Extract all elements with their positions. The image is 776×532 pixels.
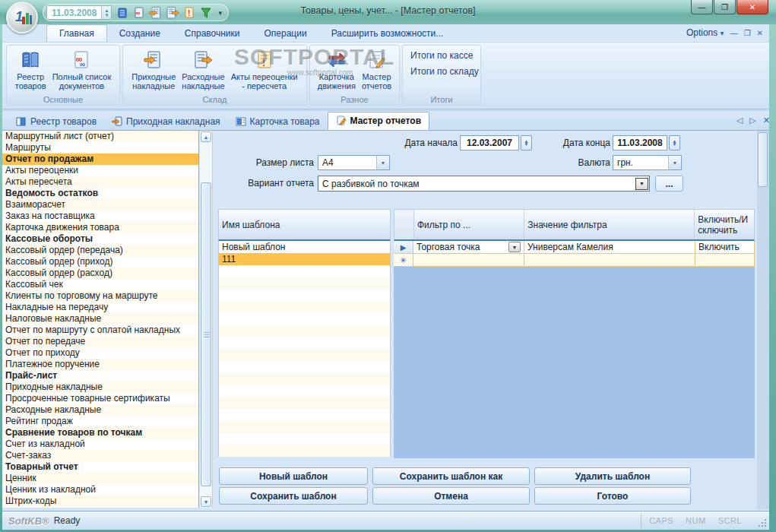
ribbon-tab-4[interactable]: Операции [252, 25, 319, 42]
chevron-down-icon[interactable]: ▼ [376, 156, 389, 169]
ribbon-button-3-1[interactable]: Карточка движения [315, 47, 358, 93]
ribbon-button-2-1[interactable]: Приходные накладные [129, 47, 178, 93]
doc-tab-1[interactable]: Реестр товаров [8, 113, 104, 130]
filter-by-cell[interactable]: Торговая точка▼ [413, 241, 524, 254]
tab-scroll-left-icon[interactable]: ◁ [736, 116, 743, 125]
report-list-item[interactable]: Расходные накладные [2, 404, 198, 416]
ribbon-link-4-2[interactable]: Итоги по складу [410, 66, 477, 77]
report-list-item[interactable]: Кассовые обороты [2, 233, 198, 245]
resize-grip[interactable] [757, 518, 766, 527]
ribbon-button-3-2[interactable]: Мастер отчетов [359, 47, 394, 93]
report-list-item[interactable]: Штрих-коды [2, 496, 198, 507]
report-list-item[interactable]: Взаиморасчет [2, 199, 198, 211]
close-button[interactable]: ✕ [736, 0, 768, 14]
filter-table-header: Фильтр по ... Значение фильтра Включить/… [394, 209, 755, 241]
include-exclude-column-header[interactable]: Включить/Исключить [695, 210, 754, 239]
ribbon-restore-icon[interactable]: ❐ [744, 29, 751, 37]
report-list-item[interactable]: Налоговые накладные [2, 313, 198, 325]
report-list-item[interactable]: Акты переоценки [2, 165, 198, 176]
application-menu-button[interactable]: 1 [6, 2, 38, 33]
date-end-field[interactable]: 11.03.2008 [613, 135, 667, 150]
report-list-item[interactable]: Отчет по продажам [2, 154, 198, 165]
report-list-item[interactable]: Кассовый чек [2, 279, 198, 290]
registry-book-icon [20, 49, 41, 71]
include-exclude-cell[interactable]: Включить [695, 241, 755, 254]
report-list-item[interactable]: Приходные накладные [2, 382, 198, 393]
filter-by-cell[interactable] [413, 254, 524, 267]
tab-close-icon[interactable]: ✕ [763, 116, 770, 125]
report-list-item[interactable]: Маршрутный лист (отчет) [2, 131, 198, 142]
ribbon-tab-5[interactable]: Расширить возможности... [319, 25, 456, 42]
ribbon-close-icon[interactable]: ✕ [757, 29, 763, 37]
variant-more-button[interactable]: ... [655, 176, 683, 192]
currency-combo[interactable]: грн. ▼ [613, 155, 682, 170]
report-list-item[interactable]: Ведомость остатков [2, 188, 198, 199]
report-list-item[interactable]: Отчет по передаче [2, 336, 198, 347]
save-template-button[interactable]: Сохранить шаблон [219, 487, 368, 505]
new-template-button[interactable]: Новый шаблон [219, 467, 368, 485]
doc-tab-2[interactable]: Приходная накладная [104, 113, 228, 130]
save-template-as-button[interactable]: Сохранить шаблон как [372, 467, 530, 485]
report-list-item[interactable]: Маршруты [2, 142, 198, 154]
filter-value-cell[interactable] [524, 254, 695, 267]
report-variant-combo[interactable]: С разбивкой по точкам ▼ [318, 176, 650, 192]
report-list-item[interactable]: Счет из накладной [2, 439, 198, 450]
report-list-item[interactable]: Заказ на поставщика [2, 211, 198, 222]
ribbon-button-1-1[interactable]: Реестр товаров [13, 47, 49, 93]
report-list-scrollbar[interactable]: ▲ ▼ [200, 131, 213, 508]
ribbon-button-2-2[interactable]: Расходные накладные [179, 47, 226, 93]
template-row[interactable]: 111 [219, 253, 390, 265]
report-list-item[interactable]: Карточка движения товара [2, 222, 198, 233]
report-list-item[interactable]: Прайс-лист [2, 370, 198, 382]
pane-scrollbar-thumb[interactable] [758, 132, 768, 187]
minimize-button[interactable]: — [691, 0, 713, 14]
report-list-item[interactable]: Акты пересчета [2, 176, 198, 188]
cancel-button[interactable]: Отмена [372, 487, 530, 505]
delete-template-button[interactable]: Удалить шаблон [534, 467, 691, 485]
report-list-item[interactable]: Сравнение товаров по точкам [2, 427, 198, 439]
scroll-down-icon[interactable]: ▼ [201, 496, 211, 507]
report-list-item[interactable]: Кассовый ордер (передача) [2, 245, 198, 256]
report-list-item[interactable]: Счет-заказ [2, 450, 198, 461]
pane-scrollbar[interactable] [757, 131, 769, 509]
ribbon-tab-1[interactable]: Главная [46, 24, 107, 42]
report-list-item[interactable]: Отчет по маршруту с оплатой накладных [2, 325, 198, 336]
date-start-field[interactable]: 12.03.2007 [460, 135, 519, 150]
ribbon-tab-2[interactable]: Создание [107, 25, 173, 42]
restore-button[interactable]: ❐ [714, 0, 736, 14]
report-list-item[interactable]: Товарный отчет [2, 461, 198, 473]
filter-value-cell[interactable]: Универсам Камелия [524, 241, 695, 254]
chevron-down-icon[interactable]: ▼ [668, 156, 681, 169]
template-name-column-header[interactable]: Имя шаблона [219, 210, 390, 239]
ribbon-tab-3[interactable]: Справочники [173, 25, 252, 42]
ribbon-button-2-3[interactable]: !Акты переоценки - пересчета [229, 47, 300, 93]
tab-scroll-right-icon[interactable]: ▷ [749, 116, 755, 125]
report-list-item[interactable]: Рейтинг продаж [2, 416, 198, 427]
report-list-item[interactable]: Кассовый ордер (приход) [2, 256, 198, 268]
chevron-down-icon[interactable]: ▼ [635, 178, 648, 190]
report-list-item[interactable]: Ценник [2, 473, 198, 484]
report-list-item[interactable]: Клиенты по торговому на маршруте [2, 290, 198, 302]
doc-tab-4[interactable]: Мастер отчетов [328, 112, 430, 130]
template-row[interactable]: Новый шаблон [219, 241, 390, 253]
scroll-up-icon[interactable]: ▲ [201, 131, 211, 142]
report-list-item[interactable]: Накладные на передачу [2, 302, 198, 313]
report-list-item[interactable]: Ценник из накладной [2, 484, 198, 496]
ribbon-button-1-2[interactable]: ∞∞Полный список документов [50, 47, 114, 93]
doc-tab-3[interactable]: Карточка товара [228, 113, 328, 130]
chevron-down-icon[interactable]: ▼ [508, 242, 521, 252]
filter-by-column-header[interactable]: Фильтр по ... [414, 210, 524, 239]
page-size-combo[interactable]: A4 ▼ [318, 155, 390, 170]
scrollbar-thumb[interactable] [201, 182, 211, 486]
filter-value-column-header[interactable]: Значение фильтра [524, 210, 695, 239]
done-button[interactable]: Готово [534, 487, 691, 505]
options-menu[interactable]: Options ▾ [686, 27, 724, 38]
report-list-item[interactable]: Отчет по приходу [2, 347, 198, 359]
report-list-item[interactable]: Кассовый ордер (расход) [2, 268, 198, 279]
report-list-item[interactable]: Просроченные товарные сертификаты [2, 393, 198, 404]
include-exclude-cell[interactable] [695, 254, 755, 267]
ribbon-link-4-1[interactable]: Итоги по кассе [410, 50, 477, 61]
ribbon-minimize-icon[interactable]: — [730, 29, 738, 37]
report-list-item[interactable]: Платежное поручение [2, 359, 198, 370]
date-end-spinner[interactable]: ▲▼ [669, 135, 680, 150]
